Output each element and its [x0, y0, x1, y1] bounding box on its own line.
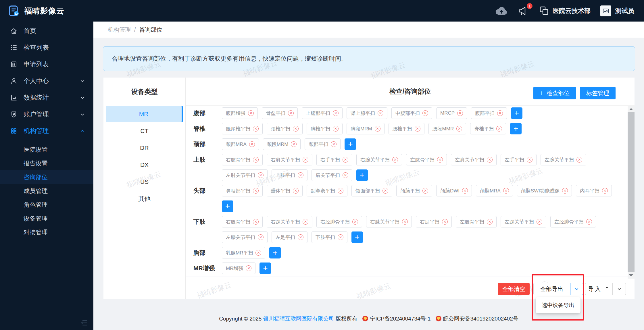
- tag-remove-icon[interactable]: ✕: [562, 188, 568, 194]
- part-tag[interactable]: 右肱骨平扫✕: [222, 154, 263, 165]
- tag-remove-icon[interactable]: ✕: [503, 188, 509, 194]
- device-type-item[interactable]: DX: [106, 157, 183, 173]
- tag-remove-icon[interactable]: ✕: [576, 157, 582, 163]
- sidebar-item-request-list[interactable]: 申请列表: [0, 56, 93, 73]
- tag-remove-icon[interactable]: ✕: [331, 141, 337, 147]
- tag-remove-icon[interactable]: ✕: [255, 250, 261, 256]
- part-tag[interactable]: 腰椎平扫✕: [389, 123, 424, 134]
- tag-remove-icon[interactable]: ✕: [258, 172, 264, 178]
- sidebar-subitem[interactable]: 咨询部位: [0, 170, 93, 184]
- part-tag[interactable]: 右手平扫✕: [316, 154, 352, 165]
- sidebar-item-organization[interactable]: 机构管理: [0, 123, 93, 139]
- import-button[interactable]: 导入: [585, 283, 613, 295]
- part-tag[interactable]: 左膝关节平扫✕: [222, 231, 268, 243]
- tag-remove-icon[interactable]: ✕: [457, 110, 463, 116]
- add-exam-part-button[interactable]: + 检查部位: [533, 87, 576, 99]
- cloud-upload-icon[interactable]: [495, 6, 508, 16]
- device-type-item[interactable]: 其他: [106, 190, 183, 207]
- tag-remove-icon[interactable]: ✕: [338, 234, 343, 240]
- sidebar-collapse-icon[interactable]: [80, 319, 88, 327]
- sidebar-item-account[interactable]: 账户管理: [0, 106, 93, 123]
- tag-remove-icon[interactable]: ✕: [402, 219, 408, 225]
- sidebar-subitem[interactable]: 角色管理: [0, 198, 93, 212]
- tag-remove-icon[interactable]: ✕: [253, 157, 259, 163]
- tag-remove-icon[interactable]: ✕: [437, 157, 443, 163]
- device-type-item[interactable]: CT: [106, 123, 183, 139]
- sidebar-subitem[interactable]: 对接管理: [0, 225, 93, 239]
- device-type-item[interactable]: MR: [106, 106, 183, 122]
- tag-remove-icon[interactable]: ✕: [602, 188, 608, 194]
- part-tag[interactable]: 左足平扫✕: [272, 231, 307, 243]
- tag-remove-icon[interactable]: ✕: [586, 219, 592, 225]
- tag-remove-icon[interactable]: ✕: [253, 188, 259, 194]
- part-tag[interactable]: 乳腺MR平扫✕: [222, 247, 265, 258]
- add-tag-button[interactable]: +: [511, 107, 522, 119]
- device-type-item[interactable]: US: [106, 173, 183, 190]
- sidebar-subitem[interactable]: 医院设置: [0, 143, 93, 157]
- part-tag[interactable]: 骶尾椎平扫✕: [222, 123, 263, 134]
- tag-remove-icon[interactable]: ✕: [246, 265, 251, 271]
- sidebar-item-statistics[interactable]: 数据统计: [0, 89, 93, 106]
- part-tag[interactable]: 右膝关节平扫✕: [366, 216, 412, 227]
- tag-remove-icon[interactable]: ✕: [291, 141, 297, 147]
- part-tag[interactable]: 左踝关节平扫✕: [501, 216, 546, 227]
- tag-remove-icon[interactable]: ✕: [487, 157, 493, 163]
- part-tag[interactable]: 左腕关节平扫✕: [541, 154, 586, 165]
- part-tag[interactable]: 胸段MRM✕: [347, 123, 385, 134]
- tag-remove-icon[interactable]: ✕: [248, 110, 254, 116]
- part-tag[interactable]: 左股骨平扫✕: [456, 216, 497, 227]
- tag-remove-icon[interactable]: ✕: [497, 110, 503, 116]
- part-tag[interactable]: 肾上腺平扫✕: [347, 107, 387, 119]
- part-tag[interactable]: 上腹部平扫✕: [302, 107, 343, 119]
- tag-remove-icon[interactable]: ✕: [298, 172, 303, 178]
- part-tag[interactable]: 左肱骨平扫✕: [406, 154, 447, 165]
- tag-remove-icon[interactable]: ✕: [343, 172, 348, 178]
- part-tag[interactable]: 腹部平扫✕: [471, 107, 507, 119]
- tag-remove-icon[interactable]: ✕: [293, 188, 299, 194]
- tag-remove-icon[interactable]: ✕: [352, 219, 358, 225]
- tag-remove-icon[interactable]: ✕: [392, 157, 398, 163]
- part-tag[interactable]: 颈部MRA✕: [222, 138, 259, 150]
- app-logo[interactable]: 福晴影像云: [0, 5, 93, 17]
- part-tag[interactable]: 颅脑SWI功能成像✕: [517, 185, 572, 196]
- tag-remove-icon[interactable]: ✕: [333, 110, 339, 116]
- part-tag[interactable]: 上肢平扫✕: [272, 169, 307, 181]
- part-tag[interactable]: 左肩关节平扫✕: [451, 154, 497, 165]
- part-tag[interactable]: 右胫腓骨平扫✕: [316, 216, 362, 227]
- tag-remove-icon[interactable]: ✕: [378, 110, 383, 116]
- export-dropdown-toggle[interactable]: [570, 283, 583, 295]
- tag-remove-icon[interactable]: ✕: [293, 126, 299, 132]
- clear-all-button[interactable]: 全部清空: [498, 283, 530, 295]
- part-tag[interactable]: 颈段MRM✕: [263, 138, 301, 150]
- tag-remove-icon[interactable]: ✕: [258, 234, 264, 240]
- tag-remove-icon[interactable]: ✕: [537, 219, 542, 225]
- tag-remove-icon[interactable]: ✕: [415, 126, 420, 132]
- scrollbar-thumb[interactable]: [628, 112, 635, 272]
- tag-remove-icon[interactable]: ✕: [442, 219, 448, 225]
- tag-remove-icon[interactable]: ✕: [382, 188, 388, 194]
- part-tag[interactable]: 颅脑MRA✕: [476, 185, 513, 196]
- sidebar-item-personal[interactable]: 个人中心: [0, 73, 93, 89]
- add-tag-button[interactable]: +: [222, 200, 233, 212]
- tag-remove-icon[interactable]: ✕: [375, 126, 380, 132]
- part-tag[interactable]: 副鼻窦平扫✕: [307, 185, 347, 196]
- add-tag-button[interactable]: +: [259, 263, 271, 274]
- part-tag[interactable]: 胸椎平扫✕: [307, 123, 343, 134]
- part-tag[interactable]: 左肘关节平扫✕: [222, 169, 268, 181]
- tag-remove-icon[interactable]: ✕: [422, 110, 428, 116]
- part-tag[interactable]: 颈部平扫✕: [305, 138, 341, 150]
- part-tag[interactable]: 内耳平扫✕: [576, 185, 612, 196]
- part-tag[interactable]: 左手平扫✕: [501, 154, 537, 165]
- part-tag[interactable]: 肩关节平扫✕: [312, 169, 352, 181]
- sidebar-item-exam-list[interactable]: 检查列表: [0, 39, 93, 56]
- user-menu[interactable]: 测试员: [600, 5, 634, 16]
- part-tag[interactable]: 垂体平扫✕: [267, 185, 303, 196]
- tag-remove-icon[interactable]: ✕: [303, 219, 308, 225]
- tag-remove-icon[interactable]: ✕: [338, 188, 343, 194]
- part-tag[interactable]: MRCP✕: [436, 107, 467, 119]
- sidebar-subitem[interactable]: 设备管理: [0, 212, 93, 225]
- part-tag[interactable]: 右足平扫✕: [416, 216, 452, 227]
- add-tag-button[interactable]: +: [356, 169, 368, 181]
- part-tag[interactable]: 颈椎平扫✕: [267, 123, 303, 134]
- add-tag-button[interactable]: +: [351, 231, 363, 243]
